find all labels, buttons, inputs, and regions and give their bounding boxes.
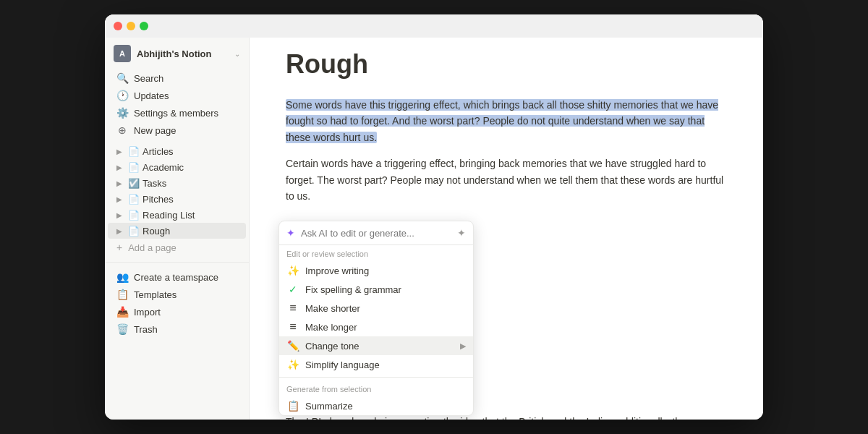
sidebar-item-import[interactable]: 📥 Import xyxy=(108,303,246,320)
popup-item-change-tone[interactable]: ✏️ Change tone ▶ Professional ↵ Casual S… xyxy=(279,336,473,355)
make-longer-label: Make longer xyxy=(305,322,466,333)
sidebar-footer: 👥 Create a teamspace 📋 Templates 📥 Impor… xyxy=(105,262,249,338)
change-tone-label: Change tone xyxy=(305,341,454,352)
settings-icon: ⚙️ xyxy=(116,107,128,119)
ai-input-row: ✦ ✦ xyxy=(279,221,473,245)
articles-icon: 📄 xyxy=(128,145,140,157)
fix-spelling-icon: ✓ xyxy=(286,284,299,295)
trash-label: Trash xyxy=(134,324,158,335)
updates-icon: 🕐 xyxy=(116,90,128,101)
chevron-down-icon: ⌄ xyxy=(234,50,240,58)
chevron-icon: ▶ xyxy=(114,209,125,221)
academic-label: Academic xyxy=(142,162,240,173)
summarize-label: Summarize xyxy=(305,401,466,412)
rough-icon: 📄 xyxy=(128,225,140,237)
reading-list-icon: 📄 xyxy=(128,209,140,221)
chevron-icon: ▶ xyxy=(114,145,125,157)
import-label: Import xyxy=(134,307,161,318)
generate-section-header: Generate from selection xyxy=(279,380,473,396)
chevron-icon: ▶ xyxy=(114,177,125,189)
titlebar xyxy=(105,14,763,38)
improve-writing-icon: ✨ xyxy=(286,265,299,276)
simplify-language-label: Simplify language xyxy=(305,359,466,370)
sidebar-item-rough[interactable]: ▶ 📄 Rough xyxy=(108,223,246,239)
sidebar-item-settings[interactable]: ⚙️ Settings & members xyxy=(108,104,246,122)
teamspace-icon: 👥 xyxy=(116,271,128,283)
sidebar-item-templates[interactable]: 📋 Templates xyxy=(108,286,246,303)
sidebar-item-new-page[interactable]: ⊕ New page xyxy=(108,122,246,139)
sidebar-item-academic[interactable]: ▶ 📄 Academic xyxy=(108,159,246,175)
fix-spelling-label: Fix spelling & grammar xyxy=(305,284,466,295)
make-longer-icon: ≡ xyxy=(286,321,299,333)
simplify-language-icon: ✨ xyxy=(286,359,299,370)
templates-icon: 📋 xyxy=(116,289,128,300)
sidebar-item-updates[interactable]: 🕐 Updates xyxy=(108,87,246,104)
avatar: A xyxy=(114,45,131,62)
paragraph-1: Some words have this triggering effect, … xyxy=(286,97,727,145)
pitches-label: Pitches xyxy=(142,194,240,205)
popup-section-label: Edit or review selection xyxy=(279,245,473,261)
templates-label: Templates xyxy=(134,289,176,300)
search-label: Search xyxy=(134,73,163,84)
popup-divider xyxy=(279,377,473,378)
new-page-icon: ⊕ xyxy=(116,124,128,136)
add-page-button[interactable]: + Add a page xyxy=(108,239,246,256)
ai-star-icon: ✦ xyxy=(457,227,466,239)
minimize-button[interactable] xyxy=(127,22,135,30)
chevron-icon: ▶ xyxy=(114,161,125,173)
pitches-icon: 📄 xyxy=(128,193,140,205)
search-icon: 🔍 xyxy=(116,72,128,84)
ai-input[interactable] xyxy=(301,228,451,239)
sidebar-item-trash[interactable]: 🗑️ Trash xyxy=(108,320,246,338)
tasks-label: Tasks xyxy=(142,178,240,189)
sidebar: A Abhijith's Notion ⌄ 🔍 Search 🕐 Updates… xyxy=(105,14,250,420)
sidebar-item-tasks[interactable]: ▶ ☑️ Tasks xyxy=(108,175,246,191)
popup-item-improve-writing[interactable]: ✨ Improve writing xyxy=(279,261,473,280)
settings-label: Settings & members xyxy=(134,108,218,119)
main-content: Rough Some words have this triggering ef… xyxy=(250,14,763,420)
popup-item-fix-spelling[interactable]: ✓ Fix spelling & grammar xyxy=(279,280,473,299)
tasks-icon: ☑️ xyxy=(128,177,140,189)
chevron-icon: ▶ xyxy=(114,225,125,237)
import-icon: 📥 xyxy=(116,306,128,318)
popup-item-make-longer[interactable]: ≡ Make longer xyxy=(279,318,473,336)
ai-popup: ✦ ✦ Edit or review selection ✨ Improve w… xyxy=(278,221,474,416)
popup-item-make-shorter[interactable]: ≡ Make shorter xyxy=(279,299,473,318)
create-teamspace-label: Create a teamspace xyxy=(134,272,218,283)
user-name: Abhijith's Notion xyxy=(137,48,229,59)
sidebar-item-search[interactable]: 🔍 Search xyxy=(108,69,246,87)
popup-item-summarize[interactable]: 📋 Summarize xyxy=(279,396,473,415)
add-page-label: Add a page xyxy=(128,242,176,253)
maximize-button[interactable] xyxy=(140,22,148,30)
trash-icon: 🗑️ xyxy=(116,323,128,335)
improve-writing-label: Improve writing xyxy=(305,265,466,276)
paragraph-2: Certain words have a triggering effect, … xyxy=(286,156,727,204)
ai-sparkle-icon: ✦ xyxy=(286,227,295,239)
close-button[interactable] xyxy=(114,22,122,30)
sidebar-item-articles[interactable]: ▶ 📄 Articles xyxy=(108,143,246,159)
rough-label: Rough xyxy=(142,226,240,237)
pages-section: ▶ 📄 Articles ▶ 📄 Academic ▶ ☑️ Tasks ▶ 📄… xyxy=(105,143,249,239)
sidebar-item-pitches[interactable]: ▶ 📄 Pitches xyxy=(108,191,246,207)
add-icon: + xyxy=(116,242,122,253)
academic-icon: 📄 xyxy=(128,161,140,173)
change-tone-icon: ✏️ xyxy=(286,340,299,352)
highlighted-text: Some words have this triggering effect, … xyxy=(286,99,718,143)
updates-label: Updates xyxy=(134,90,169,101)
sidebar-item-create-teamspace[interactable]: 👥 Create a teamspace xyxy=(108,268,246,286)
page-title: Rough xyxy=(286,49,727,80)
popup-item-simplify-language[interactable]: ✨ Simplify language xyxy=(279,355,473,374)
new-page-label: New page xyxy=(134,125,176,136)
user-menu[interactable]: A Abhijith's Notion ⌄ xyxy=(105,41,249,69)
make-shorter-icon: ≡ xyxy=(286,302,299,314)
articles-label: Articles xyxy=(142,146,240,157)
submenu-arrow-icon: ▶ xyxy=(460,341,466,351)
summarize-icon: 📋 xyxy=(286,400,299,412)
reading-list-label: Reading List xyxy=(142,210,240,221)
chevron-icon: ▶ xyxy=(114,193,125,205)
make-shorter-label: Make shorter xyxy=(305,303,466,314)
sidebar-item-reading-list[interactable]: ▶ 📄 Reading List xyxy=(108,207,246,223)
